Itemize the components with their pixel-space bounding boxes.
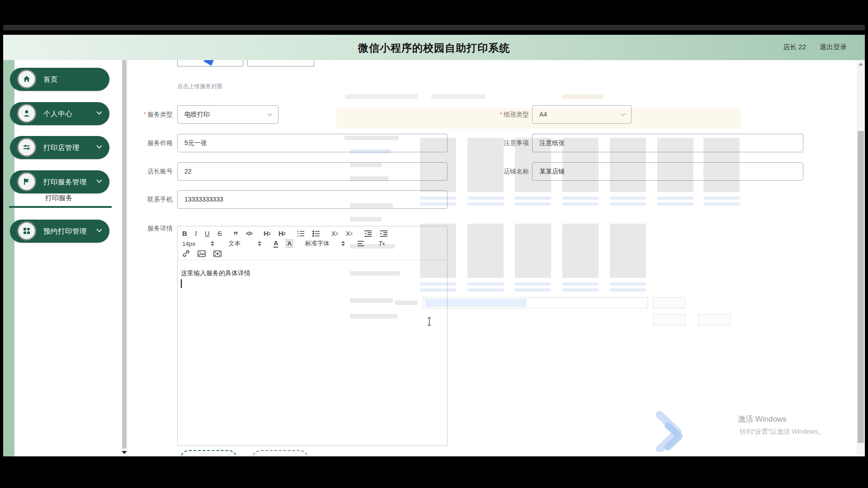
flag-icon <box>17 172 36 191</box>
notes-label: 注意事项 <box>466 139 529 147</box>
font-size-dropdown[interactable]: 14px <box>182 240 214 247</box>
watermark-text-line2: 转到“设置”以激活 Windows。 <box>740 427 825 436</box>
upload-arrow-icon <box>203 60 217 67</box>
strikethrough-button[interactable]: S <box>217 230 222 238</box>
notes-input[interactable]: 注意纸张 <box>532 134 803 152</box>
page-scroll-up-arrow[interactable] <box>859 63 863 66</box>
active-submenu-underline <box>9 206 112 208</box>
service-price-input[interactable]: 5元一张 <box>177 134 448 152</box>
chevron-down-icon <box>620 113 626 117</box>
contact-phone-input[interactable]: 13333333333 <box>177 190 448 209</box>
letterbox-left <box>0 0 3 488</box>
sidebar-item-print-shop-management[interactable]: 打印店管理 <box>10 136 109 159</box>
sidebar-item-label: 打印店管理 <box>43 143 80 153</box>
image-icon[interactable] <box>198 249 206 258</box>
bullet-list-button[interactable] <box>312 230 320 238</box>
align-button[interactable] <box>357 239 364 248</box>
service-detail-editor[interactable]: B I U S ” </> H1 H2 X2 X2 <box>177 226 448 446</box>
sidebar-item-print-service-management[interactable]: 打印服务管理 <box>10 170 109 193</box>
letterbox-right <box>865 0 868 488</box>
user-icon <box>17 104 36 123</box>
logout-link[interactable]: 退出登录 <box>820 43 847 52</box>
letterbox-top <box>0 0 868 35</box>
sidebar-subitem-print-service[interactable]: 打印服务 <box>45 192 72 204</box>
service-type-value: 电喷打印 <box>184 111 210 118</box>
mouse-ibeam-cursor <box>427 317 432 326</box>
contact-phone-value: 13333333333 <box>184 196 223 203</box>
notes-value: 注意纸张 <box>539 139 565 146</box>
clear-format-button[interactable]: Tx <box>378 239 385 248</box>
page-scrollbar-thumb[interactable] <box>858 131 864 443</box>
sidebar-subitem-label: 打印服务 <box>45 194 72 202</box>
sidebar-item-label: 首页 <box>43 75 58 84</box>
heading2-button[interactable]: H2 <box>278 230 286 238</box>
sidebar-item-home[interactable]: 首页 <box>10 68 109 91</box>
paper-type-value: A4 <box>539 111 547 118</box>
upload-hint-text: 点击上传服务封面 <box>177 83 222 90</box>
current-user-label: 店长 22 <box>783 43 806 52</box>
sidebar-item-label: 预约打印管理 <box>43 227 87 236</box>
service-price-value: 5元一张 <box>184 139 207 146</box>
indent-button[interactable] <box>380 230 388 238</box>
sidebar-scroll-down-arrow[interactable] <box>122 451 127 454</box>
owner-account-input[interactable]: 22 <box>177 162 448 181</box>
app-header: 微信小程序的校园自助打印系统 店长 22 退出登录 <box>3 35 865 60</box>
contact-phone-label: 联系手机 <box>113 196 173 204</box>
underline-button[interactable]: U <box>205 230 210 238</box>
bold-button[interactable]: B <box>182 230 187 238</box>
chevron-down-icon <box>96 111 102 115</box>
sidebar-item-appointment-print-management[interactable]: 预约打印管理 <box>10 220 109 243</box>
service-type-label: *服务类型 <box>113 111 173 119</box>
code-block-button[interactable]: </> <box>246 230 252 238</box>
heading1-button[interactable]: H1 <box>264 230 271 238</box>
link-icon[interactable] <box>182 249 190 258</box>
letterbox-bottom <box>0 456 868 488</box>
background-color-button[interactable]: A <box>286 239 292 248</box>
shop-name-value: 某某店铺 <box>539 168 565 175</box>
watermark-text-line1: 激活 Windows <box>738 414 787 424</box>
font-family-dropdown[interactable]: 标准字体 <box>305 239 345 248</box>
editor-toolbar: B I U S ” </> H1 H2 X2 X2 <box>178 226 447 260</box>
service-type-select[interactable]: 电喷打印 <box>177 105 278 124</box>
text-caret <box>181 279 182 288</box>
paper-type-label: *纸张类型 <box>466 111 529 119</box>
outdent-button[interactable] <box>364 230 372 238</box>
italic-button[interactable]: I <box>195 230 197 238</box>
upload-cover-area <box>177 60 317 67</box>
format-dropdown[interactable]: 文本 <box>228 239 261 248</box>
text-color-button[interactable]: A <box>274 239 278 248</box>
sidebar-item-label: 个人中心 <box>43 109 72 119</box>
upload-cover-box[interactable] <box>177 60 243 66</box>
grid-icon <box>17 221 36 240</box>
content-divider <box>127 60 128 456</box>
superscript-button[interactable]: X2 <box>346 230 353 238</box>
required-mark: * <box>500 111 502 118</box>
owner-account-label: 店长账号 <box>113 168 173 176</box>
service-price-label: 服务价格 <box>113 139 173 147</box>
owner-account-value: 22 <box>184 168 192 175</box>
subscript-button[interactable]: X2 <box>331 230 338 238</box>
ordered-list-button[interactable] <box>297 230 305 238</box>
chevron-down-icon <box>96 229 102 232</box>
shop-name-input[interactable]: 某某店铺 <box>532 162 803 181</box>
required-mark: * <box>144 111 146 118</box>
chevron-down-icon <box>267 113 273 117</box>
editor-content-text[interactable]: 这里输入服务的具体详情 <box>181 269 250 277</box>
upload-cover-box[interactable] <box>247 60 314 66</box>
chevron-down-icon <box>96 145 102 149</box>
watermark-logo-icon <box>654 410 695 452</box>
chevron-down-icon <box>96 179 102 183</box>
sliders-icon <box>17 138 36 157</box>
paper-type-select[interactable]: A4 <box>532 105 632 124</box>
shop-name-label: 店铺名称 <box>466 168 529 176</box>
page-title: 微信小程序的校园自助打印系统 <box>3 41 865 55</box>
screen: 微信小程序的校园自助打印系统 店长 22 退出登录 首页 个人中心 打印店管理 <box>0 0 868 488</box>
home-icon <box>17 70 36 89</box>
video-icon[interactable] <box>213 249 222 258</box>
blockquote-button[interactable]: ” <box>233 230 238 238</box>
sidebar-item-label: 打印服务管理 <box>43 178 87 187</box>
sidebar-item-personal-center[interactable]: 个人中心 <box>10 102 109 125</box>
service-detail-label: 服务详情 <box>113 225 173 233</box>
